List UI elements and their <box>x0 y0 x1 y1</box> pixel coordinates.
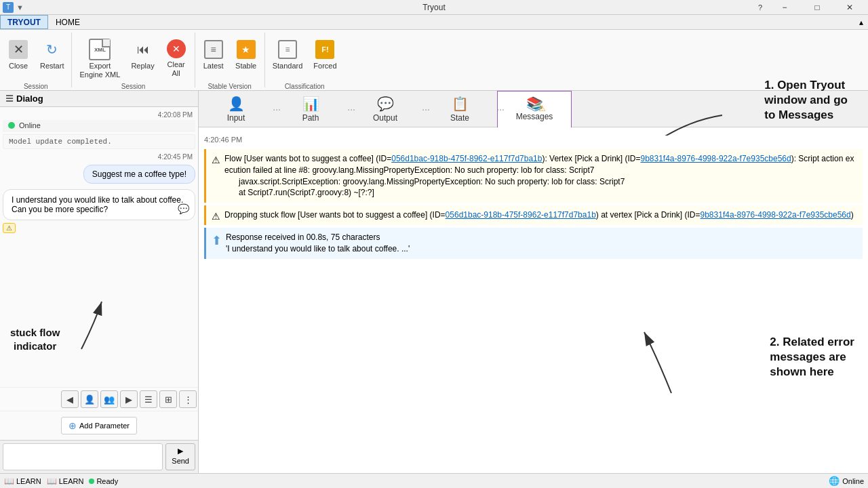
toolbar-buttons-stable: ≡ Latest ★ Stable <box>198 33 262 81</box>
message-input[interactable] <box>3 443 163 470</box>
tab-dots-1: ··· <box>273 104 281 115</box>
standard-button[interactable]: ≡ Standard <box>268 35 308 81</box>
messages-content[interactable]: 4:20:46 PM ⚠ Flow [User wants bot to sug… <box>199 127 868 473</box>
forced-icon-shape: F! <box>315 40 334 59</box>
add-parameter-button[interactable]: ⊕ Add Parameter <box>61 417 137 434</box>
send-icon: ▶ <box>178 447 183 455</box>
right-panel: 👤 Input ··· 📊 Path ··· 💬 Output ··· 📋 St… <box>199 91 868 473</box>
tab-path[interactable]: 📊 Path ··· <box>273 91 348 127</box>
timestamp2: 4:20:45 PM <box>3 152 195 162</box>
log-text-1: Flow [User wants bot to suggest a coffee… <box>212 154 854 197</box>
forced-button[interactable]: F! Forced <box>309 35 341 81</box>
response-icon: ⬆ <box>212 232 222 249</box>
forced-label: Forced <box>313 62 336 70</box>
chat-action-1[interactable]: ◀ <box>61 390 79 408</box>
log-entry-1: ⚠ Flow [User wants bot to suggest a coff… <box>204 149 863 203</box>
restore-icon[interactable]: ▴ <box>856 17 867 28</box>
menu-bar: TRYOUT HOME ▴ <box>0 15 868 30</box>
forced-icon: F! <box>314 39 336 60</box>
status-bar: 📖 LEARN 📖 LEARN Ready 🌐 Online <box>0 473 868 488</box>
close-label: Close <box>9 62 28 70</box>
chat-action-7[interactable]: ⋮ <box>179 390 197 408</box>
title-bar-left: T ▼ <box>3 2 24 13</box>
chat-action-4[interactable]: ▶ <box>120 390 138 408</box>
user-message-container: Suggest me a coffee type! <box>3 165 195 186</box>
stable-label: Stable <box>235 62 256 70</box>
link-1b[interactable]: 9b831f4a-8976-4998-922a-f7e935cbe56d <box>640 154 791 163</box>
add-param-label: Add Parameter <box>79 422 130 430</box>
chat-action-6[interactable]: ⊞ <box>159 390 177 408</box>
restart-label: Restart <box>40 62 64 70</box>
menu-tab-tryout[interactable]: TRYOUT <box>0 15 48 29</box>
left-panel: ☰ Dialog 4:20:08 PM Online Model update … <box>0 91 199 473</box>
status-right: 🌐 Online <box>829 476 864 486</box>
bot-bubble: I understand you would like to talk abou… <box>3 189 195 220</box>
tab-state[interactable]: 📋 State ··· <box>422 91 497 127</box>
replay-label: Replay <box>131 62 154 70</box>
chat-actions: ◀ 👤 👥 ▶ ☰ ⊞ ⋮ <box>0 387 198 411</box>
restart-icon: ↻ <box>41 39 63 60</box>
warn-badge: ⚠ <box>3 223 16 233</box>
close-icon: ✕ <box>7 39 29 60</box>
standard-icon: ≡ <box>277 39 298 60</box>
timestamp1: 4:20:08 PM <box>3 110 195 120</box>
link-1a[interactable]: 056d1bac-918b-475f-8962-e117f7d7ba1b <box>391 154 542 163</box>
chat-icon: 💬 <box>178 203 189 214</box>
title-bar: T ▼ Tryout ? − □ ✕ <box>0 0 868 15</box>
tab-messages[interactable]: 📚 ⚠ Messages <box>497 91 572 127</box>
latest-label: Latest <box>203 62 224 70</box>
status-item-1: 📖 LEARN <box>4 476 41 486</box>
log-text-3: Response received in 00.8s, 75 character… <box>226 232 410 255</box>
toolbar-group-session2: XML ExportEngine XML ⏮ Replay ✕ ClearAll… <box>72 33 195 87</box>
maximize-button[interactable]: □ <box>802 0 833 15</box>
replay-icon-shape: ⏮ <box>134 40 153 59</box>
send-label: Send <box>172 457 189 465</box>
learn-label-2: LEARN <box>59 477 84 485</box>
ready-label: Ready <box>96 477 118 485</box>
window-title: Tryout <box>422 3 446 12</box>
app-icon: T <box>3 2 14 13</box>
tab-output[interactable]: 💬 Output ··· <box>348 91 422 127</box>
link-2b[interactable]: 9b831f4a-8976-4998-922a-f7e935cbe56d <box>701 210 851 220</box>
stable-icon-shape: ★ <box>237 40 256 59</box>
clear-icon-shape: ✕ <box>167 39 186 58</box>
latest-icon-shape: ≡ <box>204 40 223 59</box>
close-button[interactable]: ✕ Close <box>3 35 34 81</box>
restart-button[interactable]: ↻ Restart <box>35 35 68 81</box>
stable-button[interactable]: ★ Stable <box>231 35 262 81</box>
input-tab-icon: 👤 <box>228 96 245 112</box>
clear-icon: ✕ <box>165 39 187 59</box>
link-2a[interactable]: 056d1bac-918b-475f-8962-e117f7d7ba1b <box>446 210 596 220</box>
toolbar-group-stable: ≡ Latest ★ Stable Stable Version <box>195 33 265 87</box>
replay-button[interactable]: ⏮ Replay <box>126 35 159 81</box>
menu-tab-home[interactable]: HOME <box>48 15 87 29</box>
help-button[interactable]: ? <box>753 0 768 15</box>
latest-icon: ≡ <box>203 39 224 60</box>
export-engine-xml-button[interactable]: XML ExportEngine XML <box>75 35 125 81</box>
tab-input[interactable]: 👤 Input ··· <box>199 91 273 127</box>
dialog-header: ☰ Dialog <box>0 91 198 107</box>
chat-action-5[interactable]: ☰ <box>140 390 157 408</box>
input-tab-label: Input <box>227 113 245 123</box>
clear-all-button[interactable]: ✕ ClearAll <box>161 35 192 81</box>
tab-dots-3: ··· <box>422 104 430 115</box>
tab-dots-2: ··· <box>347 104 355 115</box>
minimize-button[interactable]: − <box>769 0 800 15</box>
online-dot <box>8 122 15 129</box>
output-tab-label: Output <box>373 113 397 123</box>
online-status-label: Online <box>842 477 864 485</box>
dialog-messages[interactable]: 4:20:08 PM Online Model update completed… <box>0 107 198 387</box>
path-tab-icon: 📊 <box>302 96 319 112</box>
toolbar: ✕ Close ↻ Restart Session XML ExportEngi… <box>0 30 868 91</box>
chat-action-2[interactable]: 👤 <box>81 390 98 408</box>
main-content: ☰ Dialog 4:20:08 PM Online Model update … <box>0 91 868 473</box>
export-label: ExportEngine XML <box>79 62 120 79</box>
state-tab-label: State <box>450 113 469 123</box>
export-icon: XML <box>89 39 111 60</box>
tabs-bar: 👤 Input ··· 📊 Path ··· 💬 Output ··· 📋 St… <box>199 91 868 127</box>
replay-icon: ⏮ <box>132 39 154 60</box>
send-button[interactable]: ▶ Send <box>165 443 195 470</box>
close-window-button[interactable]: ✕ <box>834 0 865 15</box>
latest-button[interactable]: ≡ Latest <box>198 35 229 81</box>
chat-action-3[interactable]: 👥 <box>100 390 118 408</box>
